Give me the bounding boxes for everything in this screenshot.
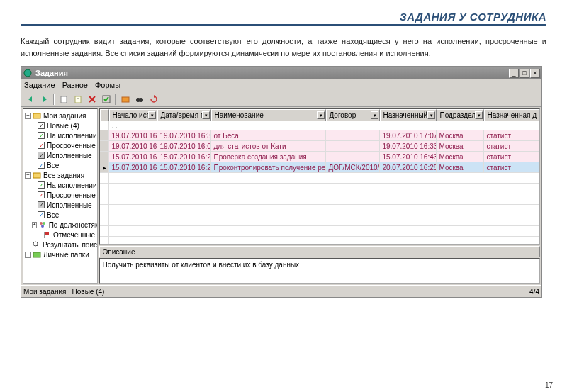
- dropdown-icon[interactable]: ▾: [427, 111, 435, 119]
- empty-row: [100, 205, 539, 215]
- flag-icon: [43, 230, 51, 239]
- row-marker: ▸: [100, 162, 109, 172]
- cell-assigned: 15.07.2010 16:43: [380, 152, 437, 162]
- header-rule: ЗАДАНИЯ У СОТРУДНИКА: [21, 13, 546, 26]
- cell-contract: [326, 152, 380, 162]
- binoculars-icon[interactable]: [133, 93, 146, 106]
- tree-by-position[interactable]: По должностям: [49, 221, 99, 229]
- tree-all-tasks[interactable]: Все задания: [43, 172, 84, 179]
- tree-canceled[interactable]: Отмеченные: [53, 231, 95, 239]
- tree-my-tasks[interactable]: Мои задания: [43, 112, 86, 120]
- table-row[interactable]: ▸15.07.2010 16:15.07.2010 16:25Проконтро…: [100, 162, 539, 173]
- new-icon[interactable]: [57, 93, 70, 106]
- table-row[interactable]: 19.07.2010 16:19.07.2010 16:03для статис…: [100, 141, 539, 152]
- cell-assigned-d: статист: [484, 130, 539, 140]
- tree-search[interactable]: Результаты поиска: [43, 241, 98, 249]
- empty-row: [100, 173, 539, 184]
- minimize-button[interactable]: _: [509, 69, 519, 78]
- refresh-icon[interactable]: [147, 93, 160, 106]
- nav-prev-icon[interactable]: [23, 93, 37, 106]
- cell-assigned: 20.07.2010 16:25: [380, 162, 437, 172]
- cell-contract: [326, 130, 380, 140]
- cell-dept: Москва: [437, 162, 484, 172]
- checkbox-red-icon[interactable]: ✓: [38, 191, 45, 198]
- expand-icon[interactable]: +: [25, 252, 31, 258]
- dropdown-icon[interactable]: ▾: [475, 111, 483, 119]
- collapse-icon[interactable]: −: [25, 172, 31, 179]
- col-start[interactable]: Начало испо▾: [109, 109, 157, 121]
- folder-icon: [33, 171, 41, 179]
- col-contract[interactable]: Договор▾: [326, 109, 380, 121]
- dropdown-icon[interactable]: ▾: [148, 111, 156, 119]
- tree-done2[interactable]: Исполненные: [47, 201, 92, 209]
- col-name[interactable]: Наименование▾: [211, 109, 326, 121]
- tree-done[interactable]: Исполненные: [47, 152, 92, 159]
- tree-all[interactable]: Все: [47, 162, 59, 169]
- status-path: Мои задания | Новые (4): [23, 288, 529, 296]
- nav-next-icon[interactable]: [38, 93, 51, 106]
- folder-user-icon: [33, 111, 41, 120]
- empty-row: [100, 215, 539, 226]
- menu-misc[interactable]: Разное: [62, 81, 88, 89]
- menu-task[interactable]: Задание: [24, 81, 55, 89]
- col-dept[interactable]: Подразделени▾: [437, 109, 484, 121]
- description-text[interactable]: Получить реквизиты от клиентов и внести …: [99, 258, 540, 284]
- grid-header: Начало испо▾ Дата/время г▾ Наименование▾…: [100, 109, 539, 121]
- checkbox-grey-icon[interactable]: ✓: [38, 152, 45, 159]
- tree-in-exec2[interactable]: На исполнении: [47, 181, 97, 189]
- checkbox-icon[interactable]: ✓: [38, 162, 45, 169]
- orange-folder-icon[interactable]: [118, 93, 132, 106]
- checkbox-grey-icon[interactable]: ✓: [38, 201, 45, 208]
- task-grid[interactable]: Начало испо▾ Дата/время г▾ Наименование▾…: [99, 108, 540, 245]
- app-icon: [23, 68, 33, 78]
- toolbar-separator: [115, 94, 116, 105]
- cell-dept: Москва: [437, 141, 484, 151]
- tree-all2[interactable]: Все: [47, 211, 59, 219]
- cell-name: для статистов от Кати: [211, 141, 326, 151]
- tree-overdue[interactable]: Просроченные: [47, 142, 96, 150]
- col-date[interactable]: Дата/время г▾: [157, 109, 211, 121]
- positions-icon: [38, 220, 47, 229]
- cell-name: от Беса: [211, 130, 326, 140]
- cell-start: 15.07.2010 16:: [109, 162, 157, 172]
- checkbox-icon[interactable]: ✓: [38, 122, 45, 129]
- col-assigned-d[interactable]: Назначенная д: [484, 109, 539, 121]
- titlebar: Задания _ □ ×: [21, 67, 541, 79]
- check-icon[interactable]: [99, 93, 113, 106]
- checkbox-icon[interactable]: ✓: [38, 211, 45, 218]
- collapse-icon[interactable]: −: [25, 113, 31, 119]
- delete-icon[interactable]: [85, 93, 99, 106]
- tree-new[interactable]: Новые (4): [47, 122, 79, 130]
- nav-tree[interactable]: −Мои задания ✓Новые (4) ✓На исполнении ✓…: [23, 108, 98, 284]
- menu-forms[interactable]: Формы: [95, 81, 120, 89]
- expand-icon[interactable]: +: [32, 222, 37, 228]
- svg-point-16: [43, 222, 45, 225]
- col-assigned[interactable]: Назначенный▾: [380, 109, 437, 121]
- cell-assigned-d: статист: [484, 152, 539, 162]
- dropdown-icon[interactable]: ▾: [317, 111, 325, 119]
- checkbox-icon[interactable]: ✓: [38, 181, 45, 189]
- tree-overdue2[interactable]: Просроченные: [47, 191, 96, 199]
- grid-body[interactable]: . . 19.07.2010 16:19.07.2010 16:37от Бес…: [100, 121, 539, 244]
- tree-personal[interactable]: Личные папки: [43, 251, 89, 259]
- cell-date: 15.07.2010 16:29: [157, 152, 211, 162]
- cell-name: Проверка создания задания: [211, 152, 326, 162]
- empty-row: [100, 184, 539, 194]
- dropdown-icon[interactable]: ▾: [371, 111, 378, 119]
- maximize-button[interactable]: □: [520, 69, 529, 78]
- cell-date: 15.07.2010 16:25: [157, 162, 211, 172]
- close-button[interactable]: ×: [530, 69, 540, 78]
- row-marker: [100, 130, 109, 140]
- dropdown-icon[interactable]: ▾: [202, 111, 210, 119]
- checkbox-red-icon[interactable]: ✓: [38, 142, 45, 149]
- checkbox-icon[interactable]: ✓: [38, 132, 45, 139]
- tree-in-exec[interactable]: На исполнении: [47, 132, 97, 140]
- table-row[interactable]: 19.07.2010 16:19.07.2010 16:37от Беса19.…: [100, 130, 539, 141]
- cell-start: 15.07.2010 16:: [109, 152, 157, 162]
- row-marker-col[interactable]: [100, 109, 109, 121]
- edit-icon[interactable]: [71, 93, 84, 106]
- table-row[interactable]: 15.07.2010 16:15.07.2010 16:29Проверка с…: [100, 152, 539, 162]
- toolbar: [21, 91, 541, 107]
- cell-assigned-d: статист: [484, 162, 539, 172]
- empty-row: [100, 194, 539, 205]
